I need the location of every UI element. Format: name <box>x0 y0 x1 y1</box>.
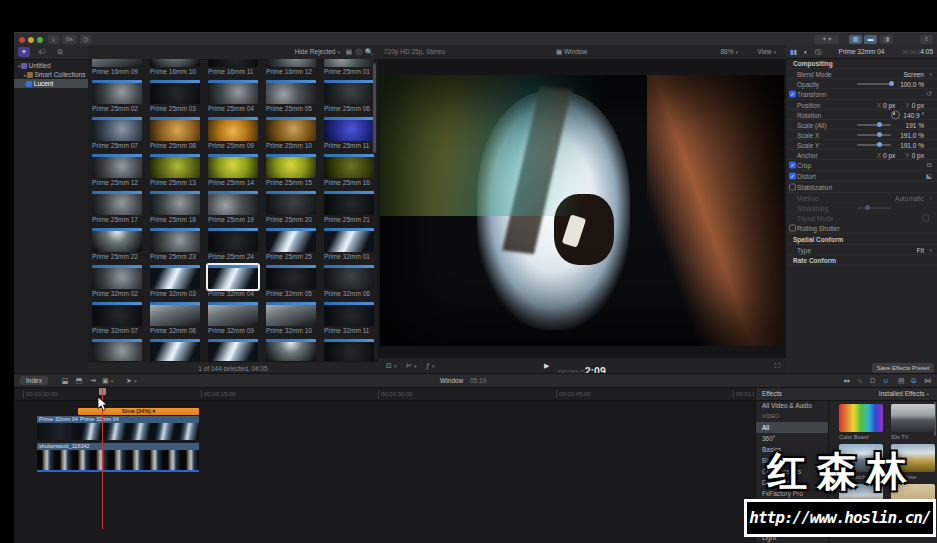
project-name[interactable]: Window <box>440 376 463 385</box>
clip-prime-32mm-15[interactable]: Prime 32mm 15 <box>266 339 316 362</box>
clip-prime-25mm-10[interactable]: Prime 25mm 10 <box>266 117 316 150</box>
clip-thumbnail[interactable] <box>324 80 374 104</box>
checkbox[interactable] <box>789 184 796 191</box>
clip-prime-32mm-12[interactable]: Prime 32mm 12 <box>92 339 142 362</box>
inspector-row-transform[interactable]: ✓Transform↺ <box>786 89 937 100</box>
clip-thumbnail[interactable] <box>92 117 142 141</box>
clip-thumbnail[interactable] <box>150 228 200 252</box>
clip-prime-25mm-14[interactable]: Prime 25mm 14 <box>208 154 258 187</box>
clip-thumbnail[interactable] <box>266 228 316 252</box>
checkbox[interactable]: ✓ <box>789 91 796 98</box>
clip-thumbnail[interactable] <box>324 59 374 67</box>
clip-thumbnail[interactable] <box>266 117 316 141</box>
clip-thumbnail[interactable] <box>266 339 316 362</box>
clip-prime-32mm-06[interactable]: Prime 32mm 06 <box>324 265 374 298</box>
inspector-row-method[interactable]: MethodAutomatic▾ <box>786 193 937 203</box>
clip-prime-25mm-16[interactable]: Prime 25mm 16 <box>324 154 374 187</box>
distort-icon[interactable]: ⬕ <box>926 172 932 180</box>
inspector-row-rotation[interactable]: Rotation140.9 ° <box>786 110 937 120</box>
clip-prime-25mm-22[interactable]: Prime 25mm 22 <box>92 228 142 261</box>
close-window-button[interactable] <box>19 37 25 43</box>
clip-prime-32mm-13[interactable]: Prime 32mm 13 <box>150 339 200 362</box>
clip-prime-25mm-18[interactable]: Prime 25mm 18 <box>150 191 200 224</box>
slider-thumb[interactable] <box>877 122 882 127</box>
row-value[interactable]: Automatic <box>895 194 924 201</box>
clip-thumbnail[interactable] <box>208 339 258 362</box>
slider-thumb[interactable] <box>889 81 894 86</box>
clip-thumbnail[interactable] <box>92 191 142 215</box>
checkbox[interactable]: ✓ <box>789 162 796 169</box>
slider-track[interactable] <box>857 134 891 136</box>
installed-effects-menu[interactable]: Installed Effects▾ <box>879 388 929 400</box>
clip-thumbnail[interactable] <box>92 339 142 362</box>
effects-category-360-[interactable]: 360° <box>756 433 828 444</box>
effect-color-board[interactable] <box>839 404 883 432</box>
sidebar-item-library[interactable]: ▾Untitled <box>14 61 88 70</box>
effects-category-all[interactable]: All <box>756 422 828 433</box>
clip-prime-25mm-04[interactable]: Prime 25mm 04 <box>208 80 258 113</box>
clip-thumbnail[interactable] <box>92 154 142 178</box>
timer-badge[interactable]: 0s <box>62 35 77 44</box>
clip-prime-25mm-07[interactable]: Prime 25mm 07 <box>92 117 142 150</box>
append-edit-icon[interactable]: ⇥ <box>88 376 98 385</box>
clip-thumbnail[interactable] <box>324 154 374 178</box>
clip-thumbnail[interactable] <box>266 302 316 326</box>
inspector-row-tripod-mode[interactable]: Tripod Mode <box>786 213 937 223</box>
clip-thumbnail[interactable] <box>208 191 258 215</box>
inspector-row-anchor[interactable]: AnchorX0 pxY0 px <box>786 150 937 160</box>
clip-thumbnail[interactable] <box>324 302 374 326</box>
slider-value[interactable]: 100.0 % <box>900 80 924 87</box>
titles-generators-tab-icon[interactable]: ⧉ <box>54 47 66 57</box>
media-import-icon[interactable]: ⤓ <box>48 35 59 44</box>
clip-thumbnail[interactable] <box>208 59 258 67</box>
video-canvas[interactable] <box>380 75 784 346</box>
clip-prime-25mm-02[interactable]: Prime 25mm 02 <box>92 80 142 113</box>
clip-prime-32mm-04[interactable]: Prime 32mm 04 <box>208 265 258 298</box>
slider-track[interactable] <box>857 83 891 85</box>
snapping-icon[interactable]: ∪ <box>883 376 888 385</box>
slider-track[interactable] <box>857 124 891 126</box>
connected-clip-1[interactable]: Prime 32mm 04 <box>37 416 78 440</box>
slider-track[interactable] <box>857 207 891 209</box>
photos-audio-tab-icon[interactable]: 🏷 <box>36 47 48 57</box>
slider-thumb[interactable] <box>877 132 882 137</box>
effects-browser-icon[interactable]: ⧉ <box>911 376 916 385</box>
save-effects-preset-button[interactable]: Save Effects Preset <box>872 363 934 373</box>
browser-panes-menu-button[interactable]: ✦ ▾ <box>814 35 839 44</box>
popup-menu-icon[interactable]: ▾ <box>929 247 932 253</box>
fullscreen-icon[interactable]: ⛶ <box>775 362 780 370</box>
clip-thumbnail[interactable] <box>208 228 258 252</box>
primary-storyline-clip[interactable]: shutterstock_116342 <box>37 443 199 472</box>
clip-thumbnail[interactable] <box>150 339 200 362</box>
clip-thumbnail[interactable] <box>150 80 200 104</box>
inspector-row-position[interactable]: PositionX0 pxY0 px <box>786 100 937 110</box>
clip-thumbnail[interactable] <box>150 59 200 67</box>
clip-thumbnail[interactable] <box>150 117 200 141</box>
clip-thumbnail[interactable] <box>266 154 316 178</box>
clip-thumbnail[interactable] <box>92 59 142 67</box>
clip-thumbnail[interactable] <box>324 117 374 141</box>
index-button[interactable]: Index <box>20 376 48 385</box>
row-value[interactable]: Fit <box>917 246 924 253</box>
clip-prime-25mm-01[interactable]: Prime 25mm 01 <box>324 59 374 76</box>
audio-skimming-icon[interactable]: ∿ <box>857 376 863 385</box>
insert-edit-icon[interactable]: ⬒ <box>74 376 84 385</box>
clip-prime-25mm-17[interactable]: Prime 25mm 17 <box>92 191 142 224</box>
clip-prime-16mm-11[interactable]: Prime 16mm 11 <box>208 59 258 76</box>
slider-value[interactable]: 191 % <box>906 121 924 128</box>
solo-icon[interactable]: Ω <box>870 376 875 385</box>
overlay-menu-icon[interactable]: ⊡▾ <box>386 362 396 370</box>
slider-thumb[interactable] <box>865 205 870 210</box>
play-button[interactable]: ▶ <box>544 362 549 370</box>
clip-thumbnail[interactable] <box>324 228 374 252</box>
retime-menu-icon[interactable]: ✄▾ <box>406 362 416 370</box>
timeline-ruler[interactable]: 00:00:00:0000:00:15:0000:00:30:0000:00:4… <box>14 388 755 401</box>
transitions-browser-icon[interactable]: ⋈ <box>924 376 931 385</box>
browser-scrollbar[interactable] <box>373 63 376 153</box>
effects-category-video[interactable]: VIDEO <box>756 411 828 422</box>
index-panel-icon[interactable]: ▤ <box>898 376 905 385</box>
inspector-row-smoothing[interactable]: Smoothing <box>786 203 937 213</box>
clip-prime-32mm-14[interactable]: Prime 32mm 14 <box>208 339 258 362</box>
clip-prime-25mm-06[interactable]: Prime 25mm 06 <box>324 80 374 113</box>
view-menu[interactable]: View▾ <box>758 45 777 59</box>
